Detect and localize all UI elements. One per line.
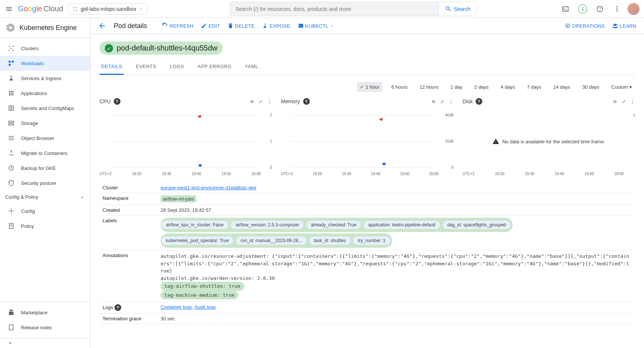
search-button-label: Search [454,6,470,12]
y-tick: 1 [633,113,635,117]
help-icon[interactable]: ? [476,98,482,105]
project-selector[interactable]: gid-labs-mlops-sandbox [68,3,148,15]
kubectl-button[interactable]: >_KUBECTL [298,23,334,29]
svg-rect-21 [12,91,13,92]
chart-legend-icon[interactable]: ≋ [613,99,617,104]
svg-rect-22 [9,93,10,94]
back-button[interactable] [98,22,106,30]
menu-icon[interactable] [4,4,13,13]
tab-details[interactable]: DETAILS [100,59,124,75]
sidebar-item-clusters[interactable]: Clusters [0,41,90,56]
time-12hours[interactable]: 12 hours [416,82,442,92]
x-axis: UTC+219:2019:3019:4019:5020:00 [281,172,439,176]
svg-rect-27 [12,94,13,95]
time-1hour[interactable]: 1 hour [357,82,382,92]
tab-logs[interactable]: LOGS [168,59,186,75]
refresh-button[interactable]: REFRESH [162,23,193,29]
trial-badge[interactable]: 1 [576,2,589,16]
sidebar-item-applications[interactable]: Applications [0,86,90,101]
sidebar-item-backup[interactable]: Backup for GKE [0,161,90,175]
audit-logs-link[interactable]: Audit logs [194,304,216,310]
chart-legend-icon[interactable]: ≋ [250,99,254,104]
chart-legend-icon[interactable]: ≋ [431,99,436,104]
sidebar-collapse[interactable] [0,338,90,348]
table-row: Clustereurope-west1-test-environme-d1ea8… [100,183,635,193]
tab-events[interactable]: EVENTS [134,59,158,75]
y-tick: 1 [270,139,272,143]
help-icon[interactable]: ? [114,98,120,105]
cluster-link[interactable]: europe-west1-test-environme-d1ea8bdc-gke [161,185,256,190]
y-tick: 0 [270,165,272,170]
chart-explore-icon[interactable]: ⤢ [440,99,444,104]
time-custom[interactable]: Custom ▾ [608,82,635,92]
table-row: Logs ? Container logs, Audit logs [100,302,635,314]
tab-yaml[interactable]: YAML [243,59,260,75]
sidebar-item-storage[interactable]: Storage [0,116,90,131]
svg-point-14 [13,50,14,51]
time-14days[interactable]: 14 days [550,82,573,92]
operations-button[interactable]: OPERATIONS [565,23,605,29]
expose-button[interactable]: EXPOSE [262,23,290,29]
warning-icon [492,138,499,145]
sidebar-item-marketplace[interactable]: Marketplace [0,305,90,320]
time-1day[interactable]: 1 day [448,82,466,92]
help-icon[interactable]: ? [593,2,607,16]
edit-button[interactable]: EDIT [201,23,220,29]
help-icon[interactable]: ? [303,98,310,105]
learn-button[interactable]: LEARN [612,23,637,29]
sidebar-item-services[interactable]: Services & Ingress [0,71,90,86]
created-value: 28 Sept 2023, 19:42:57 [158,205,635,216]
y-tick: 4GiB [445,113,454,117]
svg-rect-19 [9,91,10,92]
chart-explore-icon[interactable]: ⤢ [622,99,626,104]
container-logs-link[interactable]: Container logs [161,304,192,310]
time-30days[interactable]: 30 days [579,82,602,92]
svg-rect-26 [11,94,12,95]
sidebar-item-migrate[interactable]: Migrate to Containers [0,146,90,161]
page-heading: Pod details [114,22,147,30]
svg-marker-47 [379,117,384,121]
chart-explore-icon[interactable]: ⤢ [259,99,263,104]
table-row: Annotations autopilot.gke.io/resource-ad… [100,250,635,302]
time-7days[interactable]: 7 days [524,82,544,92]
sidebar-header[interactable]: Kubernetes Engine [0,18,90,38]
chevron-down-icon [330,24,334,28]
label-chip: kubernetes_pod_operator: True [161,236,233,245]
svg-rect-17 [12,61,14,62]
tab-app-errors[interactable]: APP ERRORS [196,59,233,75]
chart-more-icon[interactable]: ⋮ [267,99,272,104]
help-icon[interactable]: ? [115,304,121,311]
sidebar-item-config[interactable]: Config [0,204,90,219]
chevron-down-icon [139,7,143,11]
search-input[interactable] [230,2,439,16]
y-tick: 2 [270,113,272,117]
google-cloud-logo[interactable]: Google Cloud [18,4,63,13]
time-6hours[interactable]: 6 hours [388,82,410,92]
sidebar-item-label: Release notes [21,325,52,330]
table-row: Namespaceairflow-ml-jobs [100,193,635,205]
y-tick: 0 [451,165,454,170]
time-4days[interactable]: 4 days [498,82,518,92]
sidebar-item-secrets[interactable]: Secrets and ConfigMaps [0,101,90,116]
user-avatar[interactable] [628,3,640,15]
sidebar-group-config-policy[interactable]: Config & Policy [0,190,90,204]
search-button[interactable]: Search [439,2,476,16]
svg-rect-18 [9,64,10,66]
chart-more-icon[interactable]: ⋮ [630,99,635,104]
sidebar-item-policy[interactable]: Policy [0,219,90,233]
sidebar-item-release-notes[interactable]: Release notes [0,320,90,335]
sidebar-item-workloads[interactable]: Workloads [0,56,90,71]
sidebar-item-label: Object Browser [21,135,54,141]
namespace-value: airflow-ml-jobs [161,195,196,202]
time-2days[interactable]: 2 days [471,82,492,92]
delete-button[interactable]: DELETE [228,23,254,29]
svg-point-7 [616,8,617,9]
chart-more-icon[interactable]: ⋮ [449,99,454,104]
cloud-shell-icon[interactable] [559,2,572,16]
meta-label: Termination grace [100,314,158,324]
svg-marker-42 [198,114,203,118]
more-icon[interactable] [610,2,624,16]
sidebar-item-object-browser[interactable]: Object Browser [0,131,90,146]
sidebar-item-security[interactable]: Security posture [0,175,90,190]
svg-point-43 [198,164,202,167]
